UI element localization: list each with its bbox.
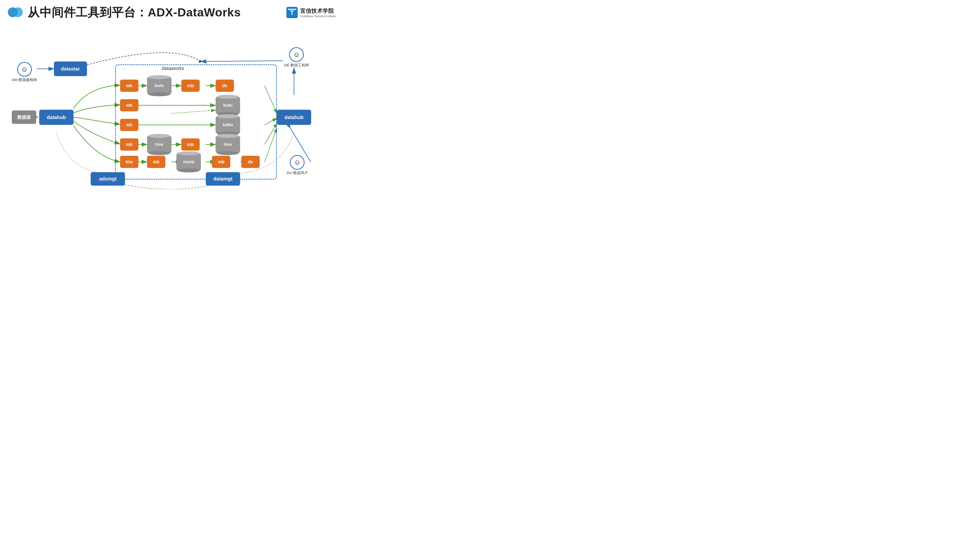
row4-mb2: mb: [181, 138, 200, 151]
svg-line-26: [201, 61, 283, 62]
row3-kafka: kafka: [216, 116, 240, 133]
row1-mb: mb: [181, 79, 200, 92]
row5-tria: tria: [120, 156, 138, 168]
header: 从中间件工具到平台：ADX-DataWorks T 宜信技术学院 CreditE…: [0, 0, 343, 23]
row5-dv: dv: [241, 156, 260, 168]
row5-mb2: mb: [212, 156, 230, 168]
row2-wh: wh: [120, 99, 138, 111]
datasource-box: 数据源: [12, 110, 36, 124]
page-title: 从中间件工具到平台：ADX-DataWorks: [28, 5, 241, 20]
row4-mb1: mb: [120, 138, 138, 151]
dataworks-label: dataworks: [162, 66, 184, 71]
dm-label: DM-数据建模师: [12, 78, 37, 82]
brand-text: 宜信技术学院 CreditEase Technical Institute: [300, 7, 336, 17]
brand-icon: T: [286, 6, 298, 19]
de-label: DE-数据工程师: [284, 63, 309, 68]
du-smiley: ☺: [290, 155, 304, 170]
row4-hive1: hive: [147, 136, 172, 153]
du-role: ☺ DU-数据用户: [286, 155, 308, 175]
adxmgt-box: adxmgt: [91, 172, 125, 186]
du-label: DU-数据用户: [286, 171, 308, 175]
datamgt-box: datamgt: [206, 172, 240, 186]
row4-hive2: hive: [216, 136, 240, 153]
brand-name: 宜信技术学院: [300, 7, 336, 15]
brand-logo: T 宜信技术学院 CreditEase Technical Institute: [286, 6, 336, 19]
row1-wh: wh: [120, 79, 138, 92]
svg-marker-10: [199, 59, 202, 63]
de-smiley: ☺: [289, 47, 304, 62]
svg-point-1: [13, 7, 23, 17]
dm-smiley: ☺: [17, 62, 32, 77]
svg-text:T: T: [290, 9, 294, 16]
datastar-box: datastar: [54, 62, 87, 76]
datahub-left-box: datahub: [39, 110, 73, 125]
de-role: ☺ DE-数据工程师: [284, 47, 309, 68]
brand-sub: CreditEase Technical Institute: [300, 15, 336, 17]
row5-mb1: mb: [147, 156, 165, 168]
row5-mysql: mysql: [177, 153, 201, 170]
row3-wh: wh: [120, 119, 138, 131]
row1-kudu: kudu: [147, 77, 172, 94]
dm-role: ☺ DM-数据建模师: [12, 62, 37, 82]
datahub-right-box: datahub: [277, 110, 311, 125]
logo-icon: [7, 5, 23, 20]
row1-dv: dv: [216, 79, 234, 92]
row2-kudu: kudu: [216, 97, 240, 114]
header-left: 从中间件工具到平台：ADX-DataWorks: [7, 5, 241, 20]
diagram: ☺ DM-数据建模师 datastar 数据源 datahub datawork…: [0, 23, 343, 189]
